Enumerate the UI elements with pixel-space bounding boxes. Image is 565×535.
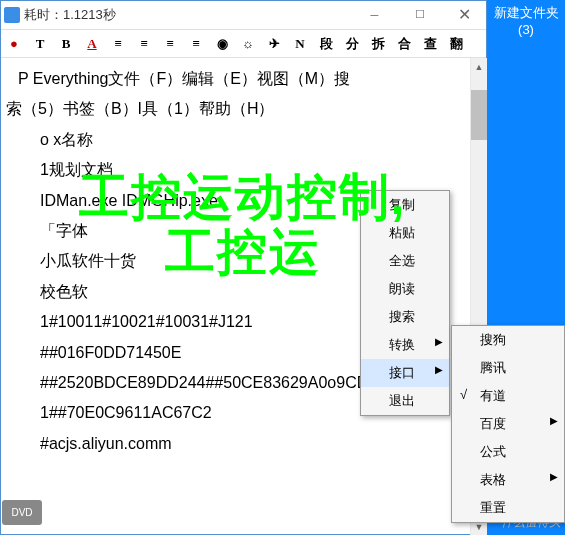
text-line: o x名称 [40, 125, 436, 155]
menu-item-复制[interactable]: 复制 [361, 191, 449, 219]
text-line: 索（5）书签（B）I具（1）帮助（H） [6, 94, 436, 124]
close-button[interactable]: ✕ [442, 0, 487, 30]
menu-item-接口[interactable]: 接口▶ [361, 359, 449, 387]
toolbar-record-icon[interactable]: ● [4, 34, 24, 54]
submenu-item-表格[interactable]: 表格▶ [452, 466, 564, 494]
scroll-up-icon[interactable]: ▲ [471, 58, 487, 75]
toolbar-bold[interactable]: B [56, 34, 76, 54]
submenu-item-百度[interactable]: 百度▶ [452, 410, 564, 438]
window-title: 耗时：1.1213秒 [24, 6, 116, 24]
toolbar-text[interactable]: T [30, 34, 50, 54]
app-icon [4, 7, 20, 23]
toolbar-sun-icon[interactable]: ☼ [238, 34, 258, 54]
text-line: 1规划文档 [40, 155, 436, 185]
toolbar-align-3[interactable]: ≡ [160, 34, 180, 54]
toolbar-分[interactable]: 分 [342, 34, 362, 54]
menu-item-朗读[interactable]: 朗读 [361, 275, 449, 303]
scroll-thumb[interactable] [471, 90, 487, 140]
toolbar-align-1[interactable]: ≡ [108, 34, 128, 54]
toolbar-align-4[interactable]: ≡ [186, 34, 206, 54]
context-menu: 复制粘贴全选朗读搜索转换▶接口▶退出 [360, 190, 450, 416]
text-line: #acjs.aliyun.comm [40, 429, 436, 459]
toolbar: ● T B A ≡ ≡ ≡ ≡ ◉ ☼ ✈ N 段 分 拆 合 查 翻 [0, 30, 565, 58]
minimize-button[interactable]: ─ [352, 0, 397, 30]
toolbar-拆[interactable]: 拆 [368, 34, 388, 54]
folder-label: 新建文件夹 [487, 4, 565, 22]
title-bar: 耗时：1.1213秒 ─ ☐ ✕ [0, 0, 565, 30]
submenu-item-有道[interactable]: 有道√ [452, 382, 564, 410]
toolbar-翻[interactable]: 翻 [446, 34, 466, 54]
menu-item-粘贴[interactable]: 粘贴 [361, 219, 449, 247]
maximize-button[interactable]: ☐ [397, 0, 442, 30]
submenu-item-腾讯[interactable]: 腾讯 [452, 354, 564, 382]
toolbar-send-icon[interactable]: ✈ [264, 34, 284, 54]
toolbar-align-2[interactable]: ≡ [134, 34, 154, 54]
submenu-item-搜狗[interactable]: 搜狗 [452, 326, 564, 354]
submenu-item-重置[interactable]: 重置 [452, 494, 564, 522]
menu-item-转换[interactable]: 转换▶ [361, 331, 449, 359]
context-submenu: 搜狗腾讯有道√百度▶公式表格▶重置 [451, 325, 565, 523]
toolbar-段[interactable]: 段 [316, 34, 336, 54]
folder-count: (3) [487, 22, 565, 37]
menu-item-退出[interactable]: 退出 [361, 387, 449, 415]
toolbar-合[interactable]: 合 [394, 34, 414, 54]
toolbar-查[interactable]: 查 [420, 34, 440, 54]
submenu-item-公式[interactable]: 公式 [452, 438, 564, 466]
dvd-icon: DVD [2, 500, 42, 525]
menu-item-搜索[interactable]: 搜索 [361, 303, 449, 331]
text-line: P Everything文件（F）编辑（E）视图（M）搜 [40, 64, 436, 94]
toolbar-color[interactable]: A [82, 34, 102, 54]
toolbar-n[interactable]: N [290, 34, 310, 54]
toolbar-target-icon[interactable]: ◉ [212, 34, 232, 54]
menu-item-全选[interactable]: 全选 [361, 247, 449, 275]
